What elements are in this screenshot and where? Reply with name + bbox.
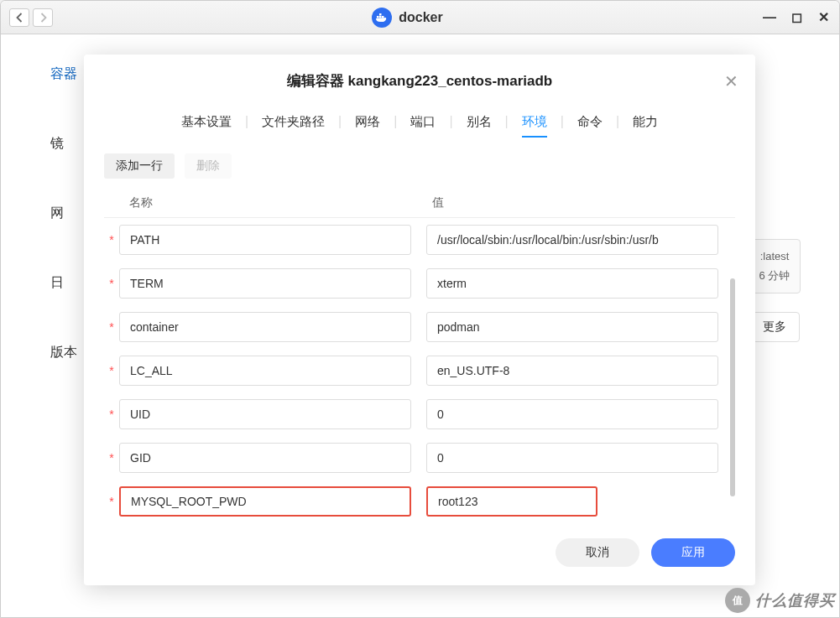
edit-container-modal: 编辑容器 kangkang223_centos-mariadb ✕ 基本设置| … — [84, 55, 755, 585]
env-row: * — [104, 392, 727, 436]
env-value-input[interactable] — [426, 268, 718, 299]
watermark-text: 什么值得买 — [755, 590, 835, 610]
env-name-input[interactable] — [119, 399, 411, 429]
env-value-input[interactable] — [426, 356, 718, 386]
add-row-button[interactable]: 添加一行 — [104, 153, 175, 179]
env-name-input[interactable] — [119, 356, 411, 386]
apply-button[interactable]: 应用 — [651, 538, 735, 567]
env-name-input[interactable] — [119, 225, 411, 255]
tab-basic[interactable]: 基本设置 — [170, 107, 243, 137]
env-name-input[interactable] — [119, 268, 411, 299]
required-mark: * — [104, 233, 119, 247]
column-header-value: 值 — [427, 195, 729, 210]
tab-folder[interactable]: 文件夹路径 — [250, 107, 337, 137]
minimize-button[interactable]: — — [762, 10, 777, 25]
sidebar: 容器 镜 网 日 版本 — [50, 65, 77, 361]
env-value-input[interactable] — [426, 312, 718, 342]
tab-network[interactable]: 网络 — [343, 107, 392, 137]
env-name-input[interactable] — [119, 312, 411, 342]
watermark: 值 什么值得买 — [725, 588, 835, 613]
required-mark: * — [104, 320, 119, 334]
nav-back-button[interactable] — [9, 8, 29, 27]
more-button[interactable]: 更多 — [749, 312, 800, 342]
required-mark: * — [104, 408, 119, 421]
maximize-button[interactable]: ◻ — [789, 10, 804, 25]
svg-rect-1 — [379, 16, 382, 18]
env-value-input[interactable] — [426, 486, 597, 517]
svg-rect-2 — [382, 16, 384, 18]
column-header-name: 名称 — [104, 195, 427, 210]
modal-close-button[interactable]: ✕ — [724, 71, 738, 91]
env-row: * — [104, 262, 727, 305]
sidebar-item-containers[interactable]: 容器 — [50, 65, 77, 83]
svg-rect-3 — [379, 13, 382, 16]
close-window-button[interactable]: ✕ — [816, 10, 831, 25]
env-value-input[interactable] — [426, 225, 718, 255]
tab-cmd[interactable]: 命令 — [566, 107, 614, 137]
env-value-input[interactable] — [426, 443, 718, 473]
required-mark: * — [104, 451, 119, 465]
delete-row-button[interactable]: 删除 — [185, 153, 232, 179]
modal-tabs: 基本设置| 文件夹路径| 网络| 端口| 别名| 环境| 命令| 能力 — [84, 101, 755, 137]
env-row: * — [104, 305, 727, 349]
required-mark: * — [104, 364, 119, 377]
container-card-partial: :latest 6 分钟 — [749, 239, 801, 293]
tab-alias[interactable]: 别名 — [455, 107, 503, 137]
tab-port[interactable]: 端口 — [399, 107, 447, 137]
modal-title: 编辑容器 kangkang223_centos-mariadb — [104, 71, 735, 91]
env-name-input[interactable] — [119, 486, 411, 517]
env-row: * — [104, 436, 727, 480]
svg-rect-0 — [377, 16, 379, 18]
watermark-badge: 值 — [725, 588, 750, 613]
env-table-scroll[interactable]: ******* — [104, 217, 735, 523]
tab-env[interactable]: 环境 — [510, 107, 559, 137]
sidebar-item-logs[interactable]: 日 — [50, 274, 77, 292]
env-row: * — [104, 349, 727, 392]
env-name-input[interactable] — [119, 443, 411, 473]
tab-capability[interactable]: 能力 — [621, 107, 670, 137]
app-title: docker — [399, 10, 442, 25]
env-value-input[interactable] — [426, 399, 718, 429]
nav-forward-button[interactable] — [33, 8, 53, 27]
docker-icon — [372, 8, 392, 28]
required-mark: * — [104, 277, 119, 290]
required-mark: * — [104, 495, 119, 508]
cancel-button[interactable]: 取消 — [556, 538, 639, 567]
sidebar-item-version[interactable]: 版本 — [50, 344, 77, 361]
sidebar-item-images[interactable]: 镜 — [50, 135, 77, 153]
sidebar-item-network[interactable]: 网 — [50, 205, 77, 222]
titlebar: docker — ◻ ✕ — [1, 1, 839, 34]
scrollbar[interactable] — [730, 277, 735, 537]
env-row: * — [104, 218, 727, 262]
env-row: * — [104, 480, 727, 523]
